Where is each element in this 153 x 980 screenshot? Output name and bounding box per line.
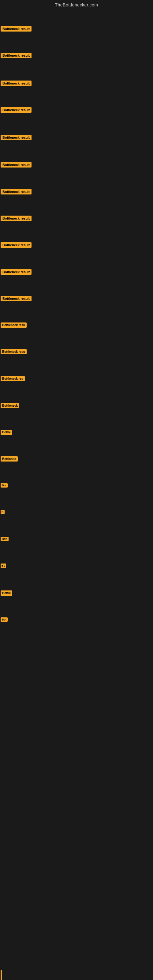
list-item: B bbox=[1, 510, 5, 515]
list-item: Bottleneck result bbox=[1, 80, 32, 86]
list-item: Bottleneck result bbox=[1, 296, 32, 302]
list-item: Bottle bbox=[1, 590, 12, 597]
list-item: Bottle bbox=[1, 430, 12, 436]
list-item: Bottleneck result bbox=[1, 269, 32, 275]
list-item: Bottleneck result bbox=[1, 162, 32, 167]
list-item: Bottleneck res bbox=[1, 376, 25, 382]
site-title: TheBottlenecker.com bbox=[0, 0, 153, 9]
list-item: Bo bbox=[1, 563, 6, 569]
list-item: Bottleneck resu bbox=[1, 349, 27, 356]
list-item: Bottleneck result bbox=[1, 52, 32, 58]
list-item: Bottleneck result bbox=[1, 189, 32, 194]
list-item: Bottleneck bbox=[1, 403, 19, 409]
list-item: Bottleneck result bbox=[1, 242, 32, 248]
list-item: Bottleneck result bbox=[1, 134, 32, 140]
list-item: Bott bbox=[1, 537, 9, 542]
list-item: Bot bbox=[1, 617, 8, 623]
list-item: Bottlenec bbox=[1, 456, 18, 463]
list-item: Bottleneck resu bbox=[1, 323, 27, 329]
list-item: Bottleneck result bbox=[1, 107, 32, 113]
list-item: Bottleneck result bbox=[1, 26, 32, 32]
list-item: Bottleneck result bbox=[1, 215, 32, 221]
indicator-bar bbox=[1, 970, 2, 980]
list-item: Bot bbox=[1, 483, 8, 489]
